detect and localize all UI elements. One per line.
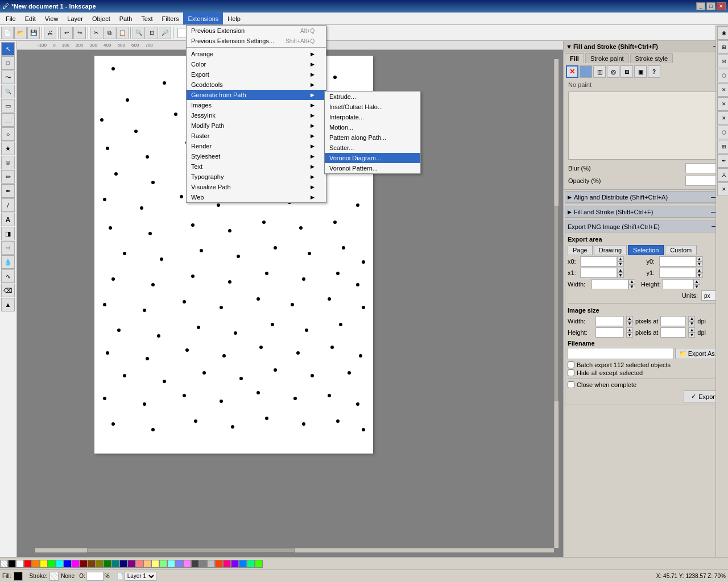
ext-generate[interactable]: Generate from Path ▶ xyxy=(187,90,326,100)
tool-gradient[interactable]: ◨ xyxy=(1,227,15,240)
palette-peach[interactable] xyxy=(143,560,151,568)
y0-down[interactable]: ▼ xyxy=(696,261,703,267)
gen-pattern-along-path[interactable]: Pattern along Path... xyxy=(325,132,420,143)
palette-yellow[interactable] xyxy=(40,560,48,568)
export-custom-btn[interactable]: Custom xyxy=(665,245,697,255)
x1-down[interactable]: ▼ xyxy=(617,273,624,278)
dpi-height-input[interactable]: 145.14 xyxy=(660,327,686,338)
palette-light-magenta[interactable] xyxy=(183,560,191,568)
img-width-input[interactable]: 1465 xyxy=(595,316,624,326)
height-input[interactable]: 611.189 xyxy=(662,279,693,289)
right-tool-5[interactable]: ✕ xyxy=(717,83,728,97)
tool-tweak[interactable]: 〜 xyxy=(1,70,15,84)
toolbar-zoom-fit[interactable]: ⊡ xyxy=(146,27,158,39)
gen-extrude[interactable]: Extrude... xyxy=(325,92,420,102)
paint-btn-unknown[interactable]: ? xyxy=(648,65,660,78)
menu-extensions[interactable]: Extensions xyxy=(183,13,223,24)
y1-input[interactable]: 1002.285 xyxy=(659,268,696,278)
menu-view[interactable]: View xyxy=(40,13,63,24)
toolbar-redo[interactable]: ↪ xyxy=(73,27,86,39)
palette-light-cyan[interactable] xyxy=(167,560,175,568)
tool-spray[interactable]: ∿ xyxy=(1,269,15,283)
palette-red[interactable] xyxy=(24,560,32,568)
paint-btn-radial[interactable]: ◎ xyxy=(607,65,619,78)
ext-arrange[interactable]: Arrange ▶ xyxy=(187,49,326,59)
palette-blue[interactable] xyxy=(64,560,72,568)
gen-interpolate[interactable]: Interpolate... xyxy=(325,112,420,122)
toolbar-print[interactable]: 🖨 xyxy=(44,27,56,39)
hscrollbar[interactable] xyxy=(35,548,554,552)
x0-input[interactable]: -119.933 xyxy=(580,256,617,267)
tool-pencil[interactable]: ✏ xyxy=(1,170,15,184)
dpi-height-up[interactable]: ▲ xyxy=(688,327,695,332)
right-tool-6[interactable]: ✕ xyxy=(717,97,728,111)
ext-color[interactable]: Color ▶ xyxy=(187,59,326,69)
palette-maroon[interactable] xyxy=(80,560,88,568)
export-drawing-btn[interactable]: Drawing xyxy=(594,245,627,255)
ext-gcodetools[interactable]: Gcodetools ▶ xyxy=(187,80,326,90)
palette-silver[interactable] xyxy=(207,560,215,568)
vscroll-handle[interactable] xyxy=(555,206,559,401)
right-tool-12[interactable]: ✕ xyxy=(717,182,728,196)
tool-spiral[interactable]: ◎ xyxy=(1,156,15,169)
ext-export[interactable]: Export ▶ xyxy=(187,69,326,80)
paint-btn-x[interactable]: ✕ xyxy=(566,65,578,78)
menu-file[interactable]: File xyxy=(1,13,20,24)
palette-orange[interactable] xyxy=(32,560,40,568)
palette-light-blue[interactable] xyxy=(175,560,183,568)
right-tool-7[interactable]: ✕ xyxy=(717,111,728,125)
width-down[interactable]: ▼ xyxy=(628,284,635,289)
palette-rose[interactable] xyxy=(223,560,231,568)
tab-stroke-paint[interactable]: Stroke paint xyxy=(585,53,629,63)
height-down[interactable]: ▼ xyxy=(693,284,700,289)
palette-spring-green[interactable] xyxy=(247,560,255,568)
align-distribute-header[interactable]: ▶ Align and Distribute (Shift+Ctrl+A) ─ … xyxy=(565,192,726,203)
tool-node[interactable]: ⬡ xyxy=(1,56,15,70)
dpi-width-up[interactable]: ▲ xyxy=(688,316,695,321)
paint-btn-flat[interactable] xyxy=(580,65,592,78)
palette-dark-gray[interactable] xyxy=(191,560,199,568)
y0-input[interactable]: 391.097 xyxy=(659,256,696,267)
tool-ellipse[interactable]: ○ xyxy=(1,127,15,141)
tool-rect[interactable]: ▭ xyxy=(1,99,15,113)
x1-input[interactable]: 788.678 xyxy=(580,268,617,278)
tool-3dbox[interactable]: ⬜ xyxy=(1,113,15,127)
right-tool-3[interactable]: ✉ xyxy=(717,55,728,68)
menu-filters[interactable]: Filters xyxy=(158,13,184,24)
palette-azure[interactable] xyxy=(239,560,247,568)
gen-inset[interactable]: Inset/Outset Halo... xyxy=(325,102,420,112)
paint-btn-pattern[interactable]: ⊞ xyxy=(621,65,633,78)
ext-modify-path[interactable]: Modify Path ▶ xyxy=(187,120,326,131)
palette-purple[interactable] xyxy=(127,560,135,568)
palette-gray[interactable] xyxy=(199,560,207,568)
gen-voronoi-pattern[interactable]: Voronoi Pattern... xyxy=(325,163,420,173)
tool-calligraphy[interactable]: / xyxy=(1,198,15,212)
x0-down[interactable]: ▼ xyxy=(617,261,624,267)
vscrollbar[interactable] xyxy=(554,59,559,548)
ext-web[interactable]: Web ▶ xyxy=(187,192,326,202)
palette-white[interactable] xyxy=(16,560,24,568)
opacity-status-input[interactable]: 100 xyxy=(86,572,104,581)
palette-light-green[interactable] xyxy=(159,560,167,568)
tool-select[interactable]: ↖ xyxy=(1,42,15,56)
toolbar-open[interactable]: 📂 xyxy=(14,27,27,39)
toolbar-cut[interactable]: ✂ xyxy=(90,27,102,39)
palette-cyan[interactable] xyxy=(56,560,64,568)
y0-up[interactable]: ▲ xyxy=(696,256,703,261)
ext-images[interactable]: Images ▶ xyxy=(187,100,326,110)
tool-eraser[interactable]: ⌫ xyxy=(1,284,15,297)
opacity-input[interactable]: 100.0 xyxy=(685,176,717,186)
tool-star[interactable]: ★ xyxy=(1,142,15,155)
minimize-button[interactable]: _ xyxy=(696,2,705,10)
palette-vermilion[interactable] xyxy=(215,560,223,568)
right-tool-8[interactable]: ⬡ xyxy=(717,126,728,139)
ext-stylesheet[interactable]: Stylesheet ▶ xyxy=(187,151,326,161)
gen-scatter[interactable]: Scatter... xyxy=(325,143,420,153)
right-tool-2[interactable]: ⊞ xyxy=(717,41,728,54)
ext-previous[interactable]: Previous Extension Alt+Q xyxy=(187,26,326,36)
tool-text[interactable]: A xyxy=(1,213,15,226)
fill-stroke-minimize-2[interactable]: ─ xyxy=(711,209,715,215)
menu-text[interactable]: Text xyxy=(136,13,157,24)
tool-paint-bucket[interactable]: ▲ xyxy=(1,298,15,311)
gen-motion[interactable]: Motion... xyxy=(325,122,420,132)
